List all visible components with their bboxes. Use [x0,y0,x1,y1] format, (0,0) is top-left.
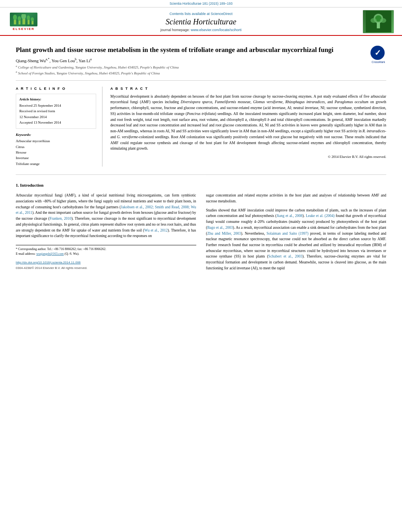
ref-zhu[interactable]: Zhu and Miller, 2003 [207,232,241,235]
title-authors-block: Plant growth and tissue sucrose metaboli… [16,46,367,76]
ref-jiang[interactable]: Jiang et al., 2008 [277,214,303,218]
keyword-3: Hexose [16,150,96,155]
crossmark-label: CrossMark [370,61,386,63]
footnote-email: E-mail address: wuqiangsh@163.com (Q.-S.… [16,252,196,256]
doi-url[interactable]: http://dx.doi.org/10.1016/j.scienta.2014… [16,261,81,264]
footnote-star: * Corresponding author. Tel.: +86 716 80… [16,247,196,252]
keyword-4: Invertase [16,155,96,161]
author1-name: Qiang-Sheng Wu [16,58,46,63]
abstract-col: A B S T R A C T Mycorrhizal development … [110,87,386,167]
ref-wu2012[interactable]: Wu et al., 2012 [144,228,168,232]
revised-date: 12 November 2014 [19,114,93,120]
body-col-right: sugar concentration and related enzyme a… [206,189,387,271]
intro-number: 1. [16,183,19,187]
section-divider [16,174,386,175]
journal-id: Scientia Horticulturae 181 (2015) 189–19… [169,2,233,6]
ref-jakobsen[interactable]: Jakobsen et al., 2002; Smith and Read, 2… [16,205,196,215]
article-info-abstract: A R T I C L E I N F O Article history: R… [16,87,386,167]
authors-line: Qiang-Sheng Wua,*, You Gen Loub, Yan Lia [16,57,367,63]
received-date: Received 25 September 2014 [19,103,93,108]
contents-link: Contents lists available at ScienceDirec… [47,12,355,16]
keywords-title: Keywords: [16,133,96,137]
svg-point-7 [27,15,30,20]
doi-line: http://dx.doi.org/10.1016/j.scienta.2014… [16,260,196,265]
content-area: Plant growth and tissue sucrose metaboli… [0,36,402,279]
keywords-box: Keywords: Arbuscular mycorrhizas Citrus … [16,133,96,167]
email-suffix: (Q.-S. Wu). [65,252,79,256]
abstract-text: Mycorrhizal development is absolutely de… [110,94,386,152]
license-line: 0304-4238/© 2014 Elsevier B.V. All right… [16,266,196,271]
crossmark-badge: ✓ CrossMark [370,46,386,61]
elsevier-logo: ELSEVIER [8,12,39,32]
keyword-5: Trifoliate orange [16,161,96,167]
elsevier-label: ELSEVIER [13,27,35,31]
title-section: Plant growth and tissue sucrose metaboli… [16,40,386,81]
svg-rect-13 [377,22,380,28]
copyright-line: © 2014 Elsevier B.V. All rights reserved… [110,155,386,159]
body-col-left: Arbuscular mycorrhizal fungi (AMF), a ki… [16,189,196,271]
svg-point-14 [370,18,377,23]
article-info-heading: A R T I C L E I N F O [16,87,96,91]
journal-homepage: journal homepage: www.elsevier.com/locat… [47,28,355,32]
journal-id-bar: Scientia Horticulturae 181 (2015) 189–19… [0,0,402,7]
article-history-title: Article history: [19,97,93,101]
logo-graphic [10,13,37,26]
journal-cover-icon [366,11,391,32]
journal-name: Scientia Horticulturae [47,17,355,26]
affiliation-a: a College of Horticulture and Gardening,… [16,65,367,69]
ref-leake[interactable]: Leake et al. (2004) [306,214,335,218]
email-label: E-mail address: [16,252,35,256]
author1-sup: a,* [46,57,50,61]
intro-para3: Studies showed that AMF inoculation coul… [206,208,387,271]
article-info-col: A R T I C L E I N F O Article history: R… [16,87,102,167]
intro-para2: sugar concentration and related enzyme a… [206,193,387,204]
intro-para1: Arbuscular mycorrhizal fungi (AMF), a ki… [16,193,196,239]
ref-schubert[interactable]: Schubert et al., 2003 [268,254,303,258]
journal-logo [363,10,394,33]
journal-header: ELSEVIER Contents lists available at Sci… [0,7,402,36]
elsevier-tree-icon [13,14,35,25]
intro-title: Introduction [20,183,44,187]
body-columns: Arbuscular mycorrhizal fungi (AMF), a ki… [16,189,386,271]
footnote: * Corresponding author. Tel.: +86 716 80… [16,245,196,256]
affil-a-text: College of Horticulture and Gardening, Y… [18,65,179,69]
paper-title: Plant growth and tissue sucrose metaboli… [16,46,351,54]
author3-name: , Yan Li [76,58,90,63]
ref-solaiman[interactable]: Solaiman and Saito (1997) [266,232,308,235]
svg-point-9 [31,17,34,21]
ref-bago[interactable]: Bago et al., 2003 [207,226,233,230]
abstract-heading: A B S T R A C T [110,87,386,91]
svg-point-3 [18,16,21,21]
affil-b-text: School of Foreign Studies, Yangtze Unive… [18,71,160,75]
author2-name: , You Gen Lou [50,58,75,63]
sciencedirect-link[interactable]: ScienceDirect [211,12,233,16]
intro-heading: 1. Introduction [16,183,386,187]
ref-franken[interactable]: Franken, 2010 [50,217,72,221]
email-link[interactable]: wuqiangsh@163.com [36,252,64,256]
svg-point-5 [21,14,26,19]
svg-point-15 [380,18,386,23]
revised-label: Received in revised form [19,108,93,114]
keyword-1: Arbuscular mycorrhizas [16,138,96,144]
accepted-date: Accepted 13 November 2014 [19,120,93,125]
header-center: Contents lists available at ScienceDirec… [39,12,363,32]
article-history-box: Article history: Received 25 September 2… [16,94,96,129]
author3-sup: a [90,57,92,61]
keyword-2: Citrus [16,144,96,150]
affiliation-b: b School of Foreign Studies, Yangtze Uni… [16,70,367,75]
crossmark-circle: ✓ [370,46,385,60]
homepage-url[interactable]: www.elsevier.com/locate/scihorti [191,28,242,32]
page: Scientia Horticulturae 181 (2015) 189–19… [0,0,402,532]
journal-logo-inner [366,11,391,33]
svg-point-1 [13,15,17,20]
